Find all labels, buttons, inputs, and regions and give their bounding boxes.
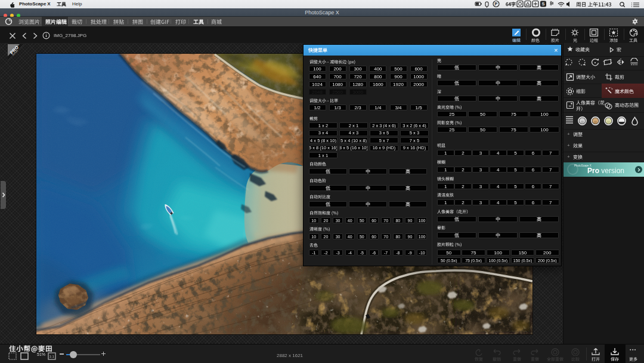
svg-text:S: S (541, 1, 544, 7)
svg-text:1:1: 1:1 (49, 355, 54, 358)
svg-text:P: P (495, 2, 498, 6)
